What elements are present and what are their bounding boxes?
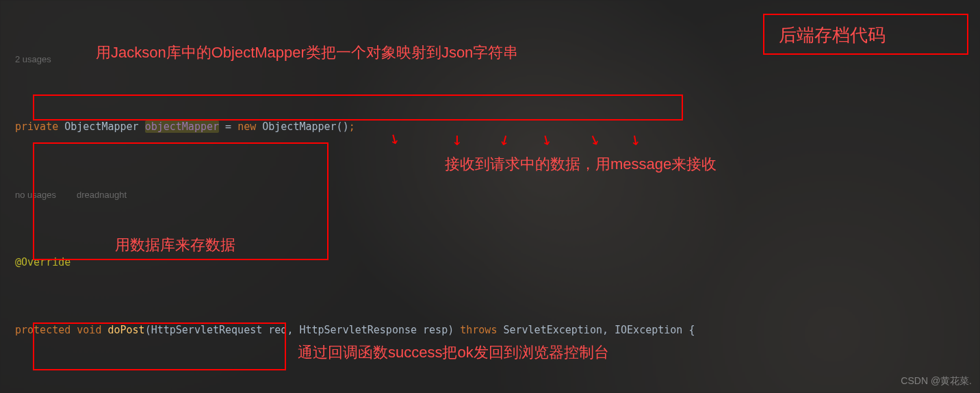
code-line-method-sig: protected void doPost(HttpServletRequest…	[0, 319, 980, 342]
arrow-icon: ↓	[452, 129, 463, 149]
code-line-readvalue: Message message = objectMapper.readValue…	[0, 387, 980, 393]
highlighted-field: objectMapper	[145, 121, 219, 133]
watermark: CSDN @黄花菜.	[901, 375, 972, 388]
usage-hint-method: no usagesdreadnaught	[0, 183, 980, 206]
annotation-title: 后端存档代码	[779, 23, 886, 47]
annotation-comment2: 接收到请求中的数据，用message来接收	[445, 154, 717, 175]
annotation-comment1: 用Jackson库中的ObjectMapper类把一个对象映射到Json字符串	[96, 42, 518, 63]
annotation-comment4: 通过回调函数success把ok发回到浏览器控制台	[298, 342, 609, 363]
code-line-field: private ObjectMapper objectMapper = new …	[0, 116, 980, 138]
annotation-comment3: 用数据库来存数据	[115, 235, 235, 255]
